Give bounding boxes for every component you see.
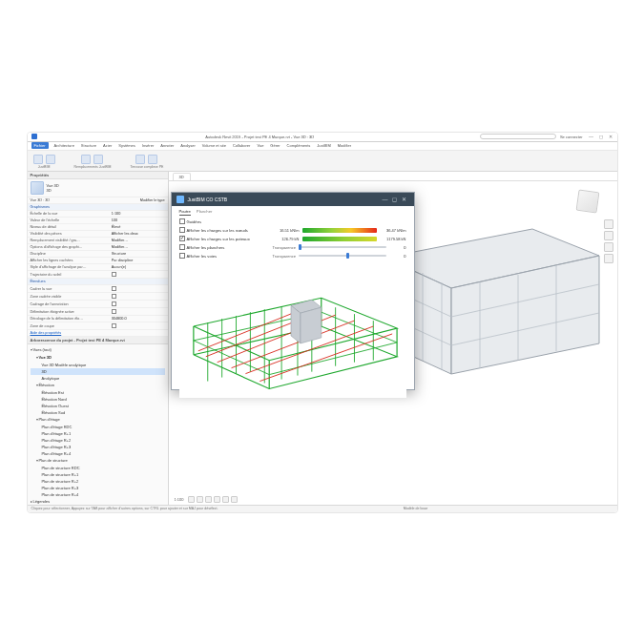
ribbon-button[interactable] [81, 155, 91, 164]
tree-node[interactable]: Plan de structure R+2 [31, 478, 165, 485]
prop-value[interactable]: 1:100 [109, 211, 168, 218]
checkbox[interactable] [179, 244, 185, 250]
tree-node[interactable]: Légendes [31, 498, 165, 505]
tab-acier[interactable]: Acier [102, 143, 113, 148]
prop-value[interactable]: Par discipline [109, 258, 168, 264]
prop-checkbox[interactable] [109, 271, 168, 279]
nav-zoom-icon[interactable] [604, 242, 613, 252]
prop-value[interactable]: Modifier… [109, 244, 168, 251]
tab-modifier[interactable]: Modifier [337, 143, 352, 148]
dialog-3d-preview[interactable] [179, 264, 406, 398]
prop-checkbox[interactable] [109, 322, 168, 330]
checkbox[interactable] [179, 218, 185, 224]
tree-node[interactable]: Vue 3D Modèle analytique [31, 362, 165, 368]
tab-annoter[interactable]: Annoter [159, 143, 175, 148]
tree-node[interactable]: Plan d'étage R+2 [31, 437, 165, 444]
hide-icon[interactable] [231, 496, 238, 503]
prop-value[interactable]: Structure [109, 251, 168, 258]
prop-checkbox[interactable] [109, 293, 168, 301]
tree-node[interactable]: Plan de structure RDC [31, 465, 165, 471]
checkbox[interactable] [179, 236, 185, 241]
tree-node[interactable]: Plan d'étage R+3 [31, 444, 165, 450]
dialog-close-button[interactable]: ✕ [400, 196, 409, 202]
nav-orbit-icon[interactable] [604, 254, 613, 263]
ribbon-button[interactable] [135, 155, 145, 164]
svg-marker-36 [300, 307, 321, 343]
tree-node[interactable]: Plan d'étage [31, 416, 165, 424]
dialog-maximize-button[interactable]: ◻ [390, 196, 400, 202]
prop-value[interactable]: Aucun(e) [109, 264, 168, 271]
prop-group-etendues[interactable]: Étendues [28, 279, 168, 285]
prop-value[interactable]: 100 [109, 218, 168, 224]
transparency-slider[interactable] [299, 255, 385, 257]
prop-value[interactable]: Afficher les deux [109, 231, 168, 238]
visual-style-icon[interactable] [197, 496, 203, 503]
tree-node[interactable]: Plan d'étage R+4 [31, 450, 165, 457]
tab-justbim[interactable]: JustBIM [316, 143, 331, 148]
edit-type-button[interactable]: Modifier le type [109, 197, 168, 204]
dialog-tab-plancher[interactable]: Plancher [197, 209, 213, 216]
prop-label: Afficher les lignes cachées [28, 258, 109, 264]
tree-node[interactable]: Plan de structure R+1 [31, 471, 165, 478]
tab-volume[interactable]: Volume et site [201, 143, 227, 148]
tree-node[interactable]: Élévation [31, 382, 165, 389]
tree-node[interactable]: Élévation Ouest [31, 403, 165, 409]
tree-node[interactable]: Vues (tout) [31, 346, 165, 354]
tree-node[interactable]: 3D [31, 368, 165, 375]
user-signin[interactable]: Se connecter [560, 135, 583, 139]
tree-node[interactable]: Plan de structure R+3 [31, 485, 165, 491]
tab-systemes[interactable]: Systèmes [117, 143, 136, 148]
prop-group-graphismes[interactable]: Graphismes [28, 204, 168, 211]
tree-node[interactable]: Plan de structure R+4 [31, 491, 165, 498]
maximize-button[interactable]: ◻ [598, 134, 604, 139]
tree-node[interactable]: Élévation Nord [31, 396, 165, 403]
ribbon-button[interactable] [46, 155, 55, 164]
tree-node[interactable]: Plan d'étage R+1 [31, 430, 165, 437]
tab-gerer[interactable]: Gérer [269, 143, 280, 148]
prop-checkbox[interactable] [109, 308, 168, 316]
doc-tab[interactable]: 3D [173, 173, 191, 180]
project-tree[interactable]: Vues (tout)Vue 3DVue 3D Modèle analytiqu… [28, 344, 168, 505]
sun-path-icon[interactable] [205, 496, 212, 503]
nav-wheel-icon[interactable] [604, 219, 613, 229]
tab-collaborer[interactable]: Collaborer [232, 143, 251, 148]
checkbox[interactable] [179, 253, 185, 259]
nav-pan-icon[interactable] [604, 231, 613, 240]
search-input[interactable] [480, 134, 556, 139]
prop-value[interactable]: 304800.0 [109, 316, 168, 322]
crop-icon[interactable] [222, 496, 229, 503]
instance-selector[interactable]: Vue 3D : 3D [28, 197, 109, 204]
dialog-minimize-button[interactable]: — [381, 197, 390, 202]
view-scale[interactable]: 1:100 [173, 497, 186, 502]
prop-value[interactable]: Modifier… [109, 238, 168, 244]
ribbon-button[interactable] [148, 155, 157, 164]
tab-complements[interactable]: Compléments [286, 143, 312, 148]
detail-level-icon[interactable] [188, 496, 195, 503]
tree-node[interactable]: Élévation Est [31, 389, 165, 396]
tab-fichier[interactable]: Fichier [31, 142, 49, 149]
tree-node[interactable]: Plan de structure [31, 457, 165, 465]
prop-checkbox[interactable] [109, 285, 168, 293]
close-button[interactable]: ✕ [608, 134, 613, 139]
tab-structure[interactable]: Structure [80, 143, 97, 148]
prop-checkbox[interactable] [109, 301, 168, 308]
dialog-titlebar[interactable]: JustBIM CO CSTB — ◻ ✕ [172, 193, 414, 206]
tab-architecture[interactable]: Architecture [53, 143, 75, 148]
checkbox[interactable] [179, 227, 185, 233]
transparency-slider[interactable] [299, 246, 385, 248]
tree-node[interactable]: Plan d'étage RDC [31, 424, 165, 430]
prop-label: Valeur de l'échelle [28, 218, 109, 224]
prop-value[interactable]: Élevé [109, 224, 168, 231]
tree-node[interactable]: Analytique [31, 375, 165, 382]
tab-vue[interactable]: Vue [256, 143, 264, 148]
dialog-tab-poutre[interactable]: Poutre [179, 209, 191, 216]
tab-analyser[interactable]: Analyser [179, 143, 197, 148]
tree-node[interactable]: Élévation Sud [31, 409, 165, 416]
tree-node[interactable]: Vue 3D [31, 354, 165, 362]
shadows-icon[interactable] [214, 496, 220, 503]
tab-inserer[interactable]: Insérer [141, 143, 155, 148]
ribbon-button[interactable] [33, 155, 43, 164]
ribbon-button[interactable] [93, 155, 103, 164]
properties-help-link[interactable]: Aide des propriétés [28, 330, 168, 337]
minimize-button[interactable]: — [589, 134, 594, 139]
